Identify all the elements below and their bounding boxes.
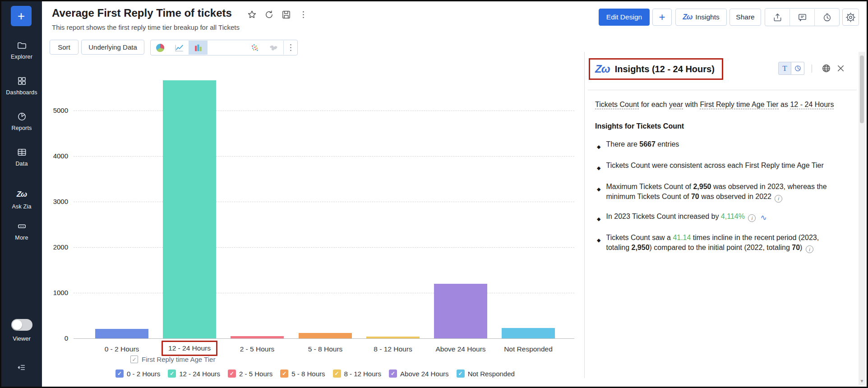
gridline <box>74 111 574 111</box>
legend-item-8---12-hours[interactable]: ✓8 - 12 Hours <box>333 370 382 378</box>
chart-type-line-icon[interactable] <box>170 41 189 55</box>
edit-design-button[interactable]: Edit Design <box>599 9 650 26</box>
gridline <box>74 156 574 157</box>
zia-icon: Zω <box>595 63 610 75</box>
insights-summary: Tickets Count for each year with First R… <box>595 100 841 110</box>
bullet-diamond-icon: ◆ <box>597 235 600 254</box>
sidebar-item-more[interactable]: More <box>1 221 42 241</box>
insight-bullet: ◆Maximum Tickets Count of 2,950 was obse… <box>595 182 841 203</box>
chart-type-pie-icon[interactable] <box>151 41 170 55</box>
star-icon[interactable] <box>246 9 257 20</box>
legend-checkbox: ✓ <box>115 370 124 378</box>
info-icon[interactable]: i <box>806 245 813 253</box>
insights-section-heading: Insights for Tickets Count <box>595 121 841 131</box>
legend-checkbox: ✓ <box>389 370 397 378</box>
chart-type-bar-line-icon[interactable] <box>226 41 245 55</box>
underlying-data-button[interactable]: Underlying Data <box>81 40 144 55</box>
more-icon <box>1 221 42 233</box>
bar-2---5-hours[interactable] <box>231 336 284 338</box>
bar-8---12-hours[interactable] <box>366 337 420 338</box>
info-icon[interactable]: i <box>748 214 756 222</box>
legend-item-0---2-hours[interactable]: ✓0 - 2 Hours <box>115 370 160 378</box>
share-button[interactable]: Share <box>729 9 761 26</box>
sort-button[interactable]: Sort <box>50 40 78 55</box>
x-axis-label: 2 - 5 Hours <box>240 345 275 353</box>
insights-panel-title: Insights (12 - 24 Hours) <box>615 64 715 74</box>
chart-view-toggle[interactable] <box>791 62 804 75</box>
viewer-toggle[interactable] <box>11 319 32 331</box>
legend-label: Not Responded <box>468 370 515 378</box>
gridline <box>74 202 574 202</box>
insight-bullet: ◆Tickets Count saw a 41.14 times incline… <box>595 233 841 254</box>
legend-item-5---8-hours[interactable]: ✓5 - 8 Hours <box>280 370 325 378</box>
legend-label: 8 - 12 Hours <box>344 370 382 378</box>
legend-label: 12 - 24 Hours <box>179 370 220 378</box>
close-icon[interactable] <box>835 63 846 74</box>
scrollbar-down-arrow[interactable]: ▼ <box>859 379 865 383</box>
legend-item-12---24-hours[interactable]: ✓12 - 24 Hours <box>168 370 220 378</box>
header-icon-group <box>765 8 840 26</box>
settings-gear-icon[interactable] <box>842 9 859 26</box>
insights-panel-header: Zω Insights (12 - 24 Hours) <box>589 58 723 80</box>
bar-5---8-hours[interactable] <box>299 333 352 338</box>
legend-checkbox: ✓ <box>168 370 176 378</box>
trend-chart-icon[interactable]: ∿ <box>760 213 766 223</box>
comment-icon[interactable] <box>790 9 814 26</box>
legend-label: 2 - 5 Hours <box>239 370 272 378</box>
chart-type-map-icon[interactable] <box>264 41 283 55</box>
insights-button[interactable]: Zω Insights <box>675 9 727 26</box>
y-axis-tick-label: 0 <box>28 334 68 342</box>
sidebar-item-label: Data <box>1 161 42 167</box>
collapse-sidebar-icon[interactable] <box>1 362 42 374</box>
chart-type-scatter-icon[interactable] <box>245 41 264 55</box>
legend-item-above-24-hours[interactable]: ✓Above 24 Hours <box>389 370 449 378</box>
bar-above-24-hours[interactable] <box>434 284 487 338</box>
sidebar-item-explorer[interactable]: Explorer <box>1 40 42 60</box>
y-axis-tick-label: 4000 <box>28 152 68 160</box>
x-axis-label: 5 - 8 Hours <box>308 345 343 353</box>
insight-bullet: ◆In 2023 Tickets Count increased by 4,11… <box>595 212 841 224</box>
chart-type-stacked-bar-icon[interactable] <box>208 41 226 55</box>
language-globe-icon[interactable] <box>820 63 832 74</box>
toggle-knob <box>12 320 22 330</box>
bullet-diamond-icon: ◆ <box>597 163 600 173</box>
x-axis-label: Above 24 Hours <box>435 345 485 353</box>
refresh-icon[interactable] <box>263 9 274 20</box>
chart-legend: ✓0 - 2 Hours✓12 - 24 Hours✓2 - 5 Hours✓5… <box>115 370 515 378</box>
info-icon[interactable]: i <box>775 195 782 203</box>
sidebar-item-label: Explorer <box>1 54 42 60</box>
insights-button-label: Insights <box>695 13 719 21</box>
text-view-toggle[interactable]: T <box>778 62 791 75</box>
bar-0---2-hours[interactable] <box>95 329 148 338</box>
y-axis-tick-label: 2000 <box>28 243 68 251</box>
y-axis-tick-label: 3000 <box>28 198 68 205</box>
gridline <box>74 247 574 248</box>
export-icon[interactable] <box>765 9 790 26</box>
create-new-button[interactable]: + <box>11 6 32 26</box>
schedule-icon[interactable] <box>814 9 839 26</box>
title-icon-row <box>246 9 309 20</box>
sidebar-item-label: Dashboards <box>1 89 42 96</box>
legend-item-2---5-hours[interactable]: ✓2 - 5 Hours <box>228 370 272 378</box>
save-icon[interactable] <box>281 9 291 20</box>
insights-panel-divider <box>584 52 585 378</box>
zia-icon: Zω <box>683 13 692 21</box>
bullet-diamond-icon: ◆ <box>597 184 600 203</box>
chart-type-bar-icon[interactable] <box>189 41 208 55</box>
header-actions: Edit Design + Zω Insights Share <box>599 9 859 26</box>
axis-field-checkbox[interactable]: ✓ First Reply time Age Tier <box>130 356 215 363</box>
chart-type-more-icon[interactable] <box>283 41 297 55</box>
chart-type-selector <box>150 40 298 55</box>
bar-12---24-hours[interactable] <box>163 80 216 338</box>
add-button[interactable]: + <box>652 9 672 26</box>
sidebar-item-reports[interactable]: Reports <box>1 111 42 131</box>
kebab-menu-icon[interactable] <box>298 9 309 20</box>
insight-bullet: ◆Tickets Count were consistent across ea… <box>595 161 841 173</box>
sidebar-item-dashboards[interactable]: Dashboards <box>1 76 42 96</box>
scrollbar-thumb[interactable] <box>860 55 864 123</box>
dashboards-icon <box>1 76 42 88</box>
separator <box>812 65 812 73</box>
insights-panel-tools: T <box>778 62 846 75</box>
legend-item-not-responded[interactable]: ✓Not Responded <box>457 370 515 378</box>
bar-not-responded[interactable] <box>502 328 555 338</box>
